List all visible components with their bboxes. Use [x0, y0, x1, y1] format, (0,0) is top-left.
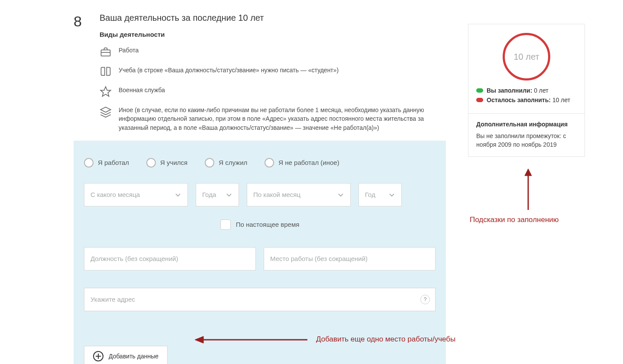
chevron-down-icon [226, 191, 232, 198]
to-year-placeholder: Год [365, 191, 388, 198]
plus-icon [93, 351, 103, 361]
from-year-select[interactable]: Года [196, 183, 239, 206]
stat-filled-value: 0 лет [534, 87, 549, 94]
stat-filled-label: Вы заполнили: [487, 87, 532, 94]
from-year-placeholder: Года [202, 191, 226, 198]
present-checkbox-label: По настоящее время [236, 221, 300, 228]
radio-worked[interactable]: Я работал [84, 158, 129, 168]
sidebar-info-header: Дополнительная информация [476, 121, 577, 128]
main-column: Ваша деятельность за последние 10 лет Ви… [74, 13, 446, 364]
stat-filled: Вы заполнили: 0 лет [476, 87, 577, 94]
stat-remaining-value: 10 лет [552, 97, 570, 103]
radio-none[interactable]: Я не работал (иное) [265, 158, 339, 168]
radio-icon [265, 158, 274, 168]
stat-remaining-label: Осталось заполнить: [487, 97, 551, 103]
star-icon [100, 86, 112, 98]
radio-icon [84, 158, 94, 168]
from-month-select[interactable]: С какого месяца [84, 183, 188, 206]
radio-studied[interactable]: Я учился [146, 158, 187, 168]
type-military-row: Военная служба [100, 86, 446, 98]
to-month-select[interactable]: По какой месяц [247, 183, 351, 206]
progress-circle: 10 лет [503, 33, 550, 81]
type-work-label: Работа [119, 46, 139, 55]
arrow-up-icon [520, 169, 537, 212]
svg-marker-3 [100, 107, 110, 113]
radio-worked-label: Я работал [98, 159, 129, 166]
to-year-select[interactable]: Год [358, 183, 402, 206]
svg-marker-5 [525, 169, 532, 176]
type-study-row: Учеба (в строке «Ваша должность/статус/з… [100, 66, 446, 78]
place-input[interactable] [270, 255, 429, 262]
stat-remaining: Осталось заполнить: 10 лет [476, 96, 577, 104]
type-work-row: Работа [100, 46, 446, 58]
red-dot-icon [476, 98, 483, 102]
radio-served[interactable]: Я служил [205, 158, 247, 168]
progress-sidebar: 10 лет Вы заполнили: 0 лет Осталось запо… [468, 24, 585, 157]
svg-rect-0 [101, 50, 110, 56]
radio-studied-label: Я учился [160, 159, 187, 166]
activity-types-header: Виды деятельности [100, 31, 446, 38]
type-study-label: Учеба (в строке «Ваша должность/статус/з… [119, 66, 339, 74]
radio-served-label: Я служил [219, 159, 247, 166]
section-title: Ваша деятельность за последние 10 лет [100, 13, 446, 23]
address-input[interactable] [90, 296, 429, 303]
add-data-label: Добавить данные [109, 353, 158, 360]
type-military-label: Военная служба [119, 86, 165, 94]
place-input-wrap [264, 247, 436, 271]
add-data-button[interactable]: Добавить данные [84, 346, 168, 364]
sidebar-info-text: Вы не заполнили промежуток: с ноября 200… [476, 132, 577, 149]
position-input-wrap [84, 247, 256, 271]
briefcase-icon [100, 46, 112, 58]
green-dot-icon [476, 88, 483, 93]
chevron-down-icon [337, 191, 344, 198]
radio-icon [146, 158, 156, 168]
arrow-left-icon [195, 333, 312, 346]
annotation-hints: Подсказки по заполнению [470, 216, 559, 224]
help-button[interactable]: ? [420, 295, 430, 304]
address-input-wrap: ? [84, 288, 436, 311]
from-month-placeholder: С какого месяца [90, 191, 174, 198]
to-month-placeholder: По какой месяц [253, 191, 337, 198]
chevron-down-icon [388, 191, 395, 198]
type-other-row: Иное (в случае, если по каким-либо причи… [100, 106, 446, 132]
svg-marker-2 [100, 87, 110, 96]
activity-form-panel: Я работал Я учился Я служил Я не работал… [74, 141, 446, 364]
chevron-down-icon [174, 191, 181, 198]
book-icon [100, 66, 112, 78]
type-other-label: Иное (в случае, если по каким-либо причи… [119, 106, 439, 132]
layers-icon [100, 106, 112, 118]
radio-none-label: Я не работал (иное) [278, 159, 339, 166]
annotation-add-more: Добавить еще одно место работы/учебы [316, 335, 455, 344]
present-checkbox[interactable] [220, 219, 231, 230]
radio-icon [205, 158, 214, 168]
svg-marker-7 [195, 336, 203, 343]
position-input[interactable] [90, 255, 249, 262]
